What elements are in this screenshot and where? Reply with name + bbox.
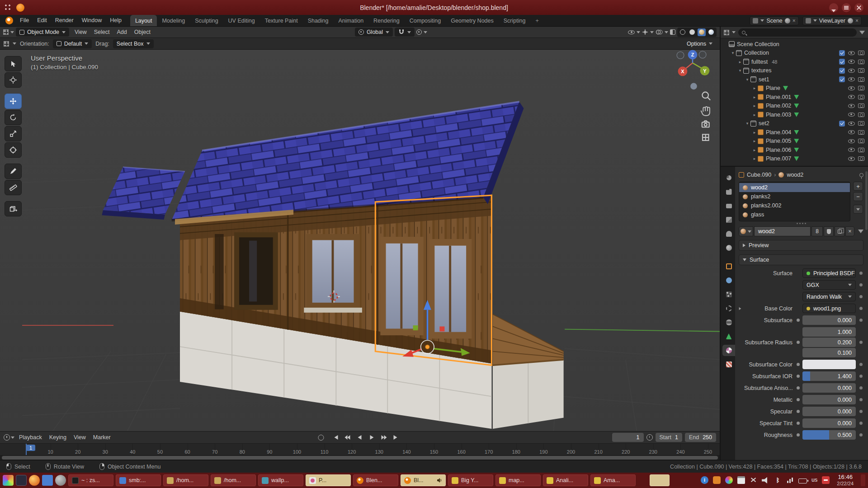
- gizmo-plane-handle-red[interactable]: [439, 326, 444, 331]
- preview-section-header[interactable]: Preview: [739, 240, 863, 251]
- menu-item[interactable]: File: [16, 15, 33, 26]
- tab-scene[interactable]: [722, 228, 735, 239]
- hide-eye-icon[interactable]: [848, 104, 855, 108]
- tool-select-box[interactable]: [5, 56, 22, 71]
- playhead[interactable]: 1: [26, 444, 27, 455]
- vector-y-value[interactable]: 0.200: [802, 338, 856, 347]
- vector-z-value[interactable]: 0.100: [802, 348, 856, 357]
- outliner-row[interactable]: ▾ set2: [721, 119, 868, 128]
- shading-rendered-button[interactable]: [707, 28, 715, 36]
- outliner-row[interactable]: Scene Collection: [721, 40, 868, 49]
- tool-add-cube[interactable]: [5, 201, 22, 216]
- menu-item[interactable]: Help: [106, 15, 126, 26]
- shading-wireframe-button[interactable]: [679, 28, 687, 36]
- expander-icon[interactable]: ▾: [737, 68, 743, 73]
- property-widget[interactable]: GGX: [802, 280, 856, 290]
- slot-specials-button[interactable]: [853, 205, 863, 214]
- pin-icon[interactable]: [785, 18, 790, 23]
- disable-render-icon[interactable]: [858, 95, 864, 99]
- jump-to-end-button[interactable]: [391, 433, 402, 441]
- disable-render-icon[interactable]: [858, 130, 864, 135]
- keyframe-dot[interactable]: [859, 341, 863, 344]
- axis-minus-z-ball[interactable]: [690, 83, 697, 89]
- keyframe-dot[interactable]: [859, 386, 863, 389]
- filter-icon[interactable]: [858, 230, 863, 233]
- gizmo-plane-handle-green[interactable]: [413, 325, 418, 330]
- tab-object[interactable]: [722, 261, 735, 272]
- outliner-item-label[interactable]: Plane.003: [766, 112, 791, 118]
- hide-eye-icon[interactable]: [848, 86, 855, 90]
- pin-icon[interactable]: [859, 173, 863, 177]
- keyframe-dot[interactable]: [859, 433, 863, 436]
- editor-type-icon[interactable]: [3, 29, 9, 35]
- filter-icon[interactable]: [859, 31, 865, 34]
- outliner-item-label[interactable]: textures: [751, 67, 771, 74]
- property-widget[interactable]: Principled BSDF: [802, 268, 856, 278]
- outliner-item-label[interactable]: Plane.005: [766, 138, 791, 144]
- collection-checkbox[interactable]: [839, 68, 845, 74]
- expander-icon[interactable]: ▸: [751, 103, 758, 108]
- disable-render-icon[interactable]: [858, 51, 864, 55]
- expander-icon[interactable]: ▸: [751, 86, 758, 90]
- taskbar-window-button[interactable]: /hom...: [211, 474, 256, 486]
- tab-material[interactable]: [722, 345, 735, 356]
- keyframe-dot[interactable]: [859, 363, 863, 366]
- vector-fields[interactable]: 1.000 0.200 0.100: [802, 327, 856, 357]
- taskbar-window-button[interactable]: /hom...: [163, 474, 208, 486]
- timeline-menu-item[interactable]: View: [70, 434, 90, 441]
- outliner-row[interactable]: ▸ Plane.004: [721, 128, 868, 137]
- outliner-row[interactable]: ▸ Plane: [721, 84, 868, 93]
- show-desktop-icon[interactable]: [16, 475, 27, 486]
- visibility-icon[interactable]: [628, 30, 635, 34]
- menu-item[interactable]: Edit: [33, 15, 51, 26]
- tab-output[interactable]: [722, 200, 735, 211]
- outliner-row[interactable]: ▾ Collection: [721, 49, 868, 58]
- tool-measure[interactable]: [5, 180, 22, 195]
- expander-icon[interactable]: ▾: [730, 51, 736, 55]
- color-picker-tray-icon[interactable]: [725, 476, 733, 484]
- taskbar-window-button[interactable]: Blen...: [353, 474, 398, 486]
- app-launcher-icon[interactable]: [3, 475, 14, 486]
- outliner-row[interactable]: ▸ Plane.006: [721, 145, 868, 155]
- outliner-item-label[interactable]: Plane.004: [766, 129, 791, 136]
- orientation-dropdown[interactable]: Global: [355, 28, 393, 37]
- timeline-menu-item[interactable]: Playback: [15, 434, 46, 441]
- disable-render-icon[interactable]: [858, 139, 864, 143]
- outliner-editor-icon[interactable]: [724, 30, 729, 35]
- outliner-row[interactable]: ▾ textures: [721, 66, 868, 75]
- viewlayer-selector[interactable]: ViewLayer ×: [802, 16, 862, 25]
- material-slot[interactable]: glass: [739, 210, 850, 219]
- fake-user-shield-button[interactable]: [824, 226, 834, 236]
- panel-edge-widget[interactable]: [861, 474, 865, 486]
- timeline-track[interactable]: 1020304050607080901001101201301401501601…: [0, 443, 720, 455]
- play-button[interactable]: [367, 433, 377, 441]
- timeline-menu-item[interactable]: Marker: [90, 434, 114, 441]
- hide-eye-icon[interactable]: [848, 60, 855, 64]
- new-material-button[interactable]: [835, 226, 844, 236]
- outliner-item-label[interactable]: Scene Collection: [737, 41, 779, 47]
- workspace-tab[interactable]: Geometry Nodes: [446, 15, 498, 26]
- viewport-menu-item[interactable]: Object: [131, 29, 154, 35]
- disable-render-icon[interactable]: [858, 121, 864, 126]
- viewport-menu-item[interactable]: Add: [113, 29, 131, 35]
- disable-render-icon[interactable]: [858, 77, 864, 82]
- outliner-row[interactable]: ▸ Plane.003: [721, 110, 868, 119]
- tool-transform[interactable]: [5, 142, 22, 158]
- expander-icon[interactable]: ▸: [737, 60, 743, 64]
- keyframe-dot[interactable]: [859, 398, 863, 401]
- tab-view-layer[interactable]: [722, 214, 735, 225]
- outliner-item-label[interactable]: Collection: [744, 50, 769, 56]
- taskbar-window-button[interactable]: Big Y...: [448, 474, 493, 486]
- property-widget[interactable]: 0.000: [802, 395, 856, 404]
- drag-mode-dropdown[interactable]: Select Box: [113, 39, 154, 48]
- vector-x-value[interactable]: 1.000: [802, 327, 856, 337]
- timeline-editor-icon[interactable]: [4, 434, 10, 441]
- jump-to-start-button[interactable]: [330, 433, 341, 441]
- options-dropdown[interactable]: Options: [683, 39, 716, 48]
- menu-item[interactable]: Render: [51, 15, 78, 26]
- taskbar-window-button[interactable]: Anali...: [543, 474, 588, 486]
- expander-icon[interactable]: ▸: [751, 156, 758, 161]
- clipboard-tray-icon[interactable]: [737, 476, 745, 484]
- window-grid-icon[interactable]: [5, 4, 12, 11]
- current-frame-field[interactable]: 1: [612, 433, 644, 442]
